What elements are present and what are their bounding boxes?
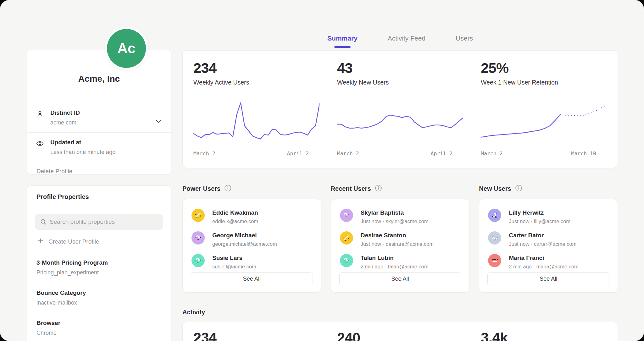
user-list-item[interactable]: Susie Larssusie.l@acme.com xyxy=(192,254,312,270)
user-sections: Power UsersEddie Kwakmaneddie.k@acme.com… xyxy=(182,184,618,293)
info-icon[interactable] xyxy=(224,184,231,193)
x-axis-start-label: March 2 xyxy=(481,151,503,157)
user-text: Maria Franci2 min ago · maria@acme.com xyxy=(509,254,578,270)
property-name: 3-Month Pricing Program xyxy=(36,259,162,266)
activity-stat-value: 240 xyxy=(337,330,463,341)
distinct-id-row[interactable]: Distinct ID acme.com xyxy=(27,103,171,132)
section-title: Recent Users xyxy=(331,185,371,192)
company-avatar-initials: Ac xyxy=(107,29,146,68)
user-avatar xyxy=(488,231,501,245)
app-window: Ac Acme, Inc Distinct ID acme.com xyxy=(0,0,644,341)
property-list: 3-Month Pricing ProgramPricing_plan_expe… xyxy=(27,253,171,341)
search-input[interactable] xyxy=(50,218,163,225)
x-axis-start-label: March 2 xyxy=(337,151,359,157)
delete-profile-button[interactable]: Delete Profile xyxy=(27,162,171,180)
chevron-down-icon[interactable] xyxy=(155,118,162,126)
user-name: Carter Bator xyxy=(509,231,576,239)
user-list-item[interactable]: Skylar BaptistaJust now · skyler@acme.co… xyxy=(340,209,461,224)
user-name: Eddie Kwakman xyxy=(212,209,258,216)
stat-column-1: 234Weekly Active UsersMarch 2April 2 xyxy=(193,60,319,162)
see-all-button[interactable]: See All xyxy=(487,272,609,285)
user-avatar xyxy=(192,254,205,267)
user-name: Talan Lubin xyxy=(361,254,429,261)
user-list-item[interactable]: Carter BatorJust now · carter@acme.com xyxy=(488,231,609,247)
user-text: Talan Lubin2 min ago · talan@acme.com xyxy=(361,254,429,270)
tab-activity-feed[interactable]: Activity Feed xyxy=(388,35,425,47)
stat-label: Weekly New Users xyxy=(337,79,463,86)
info-icon[interactable] xyxy=(375,184,382,193)
property-row[interactable]: 3-Month Pricing ProgramPricing_plan_expe… xyxy=(27,253,171,283)
tab-summary[interactable]: Summary xyxy=(327,35,358,47)
profile-properties-search[interactable] xyxy=(35,214,163,230)
updated-at-row: Updated at Less than one minute ago xyxy=(27,133,171,162)
x-axis-labels: March 2April 2 xyxy=(337,151,463,157)
create-user-profile-button[interactable]: Create User Profile xyxy=(35,230,163,253)
section-title: Power Users xyxy=(182,185,220,192)
search-icon xyxy=(40,218,47,227)
recent-users-header: Recent Users xyxy=(331,184,470,193)
eye-icon xyxy=(36,140,44,149)
property-value: Pricing_plan_experiment xyxy=(36,269,162,276)
sparkline-projection-dotted xyxy=(560,106,607,116)
user-list-item[interactable]: George Michaelgeorge.michael@acme.com xyxy=(192,231,312,247)
recent-users-card: Skylar BaptistaJust now · skyler@acme.co… xyxy=(331,199,470,293)
profile-properties-card: Profile Properties xyxy=(27,185,171,341)
user-avatar xyxy=(340,231,353,245)
user-text: George Michaelgeorge.michael@acme.com xyxy=(212,231,277,247)
activity-stat-column: 234 xyxy=(193,330,319,341)
activity-stat-value: 3.4k xyxy=(481,330,607,341)
property-row[interactable]: BrowserChrome xyxy=(27,313,171,341)
user-avatar xyxy=(340,209,353,222)
user-list-item[interactable]: Eddie Kwakmaneddie.k@acme.com xyxy=(192,209,312,224)
user-avatar xyxy=(192,231,205,245)
user-subtext: Just now · desirare@acme.com xyxy=(361,241,434,247)
user-name: Maria Franci xyxy=(509,254,578,261)
sparkline-chart xyxy=(193,98,319,147)
user-text: Skylar BaptistaJust now · skyler@acme.co… xyxy=(361,209,429,224)
user-name: George Michael xyxy=(212,231,277,239)
summary-stats-card: 234Weekly Active UsersMarch 2April 243We… xyxy=(182,50,618,168)
sparkline-chart xyxy=(481,98,607,147)
section-title: New Users xyxy=(479,185,511,192)
x-axis-end-label: April 2 xyxy=(287,151,309,157)
tab-bar: SummaryActivity FeedUsers xyxy=(182,35,618,47)
user-list-item[interactable]: Talan Lubin2 min ago · talan@acme.com xyxy=(340,254,461,270)
section-new-users: New UsersLilly HerwitzJust now · lilly@a… xyxy=(479,184,618,293)
section-recent-users: Recent UsersSkylar BaptistaJust now · sk… xyxy=(331,184,470,293)
property-value: inactive-mailbox xyxy=(36,300,162,306)
power-users-card: Eddie Kwakmaneddie.k@acme.comGeorge Mich… xyxy=(182,199,321,293)
user-text: Desirae StantonJust now · desirare@acme.… xyxy=(361,231,434,247)
new-users-card: Lilly HerwitzJust now · lilly@acme.comCa… xyxy=(479,199,618,293)
company-name: Acme, Inc xyxy=(27,50,171,84)
stat-value: 234 xyxy=(193,60,319,76)
info-icon[interactable] xyxy=(515,184,522,193)
property-row[interactable]: Bounce Categoryinactive-mailbox xyxy=(27,283,171,313)
user-avatar xyxy=(340,254,353,267)
see-all-button[interactable]: See All xyxy=(339,272,461,285)
user-subtext: susie.l@acme.com xyxy=(212,264,256,270)
user-avatar xyxy=(192,209,205,222)
stat-value: 25% xyxy=(481,60,607,76)
property-name: Browser xyxy=(36,320,162,327)
activity-stat-column: 240 xyxy=(337,330,463,341)
sparkline-chart xyxy=(337,98,463,147)
stat-value: 43 xyxy=(337,60,463,76)
see-all-button[interactable]: See All xyxy=(191,272,313,285)
user-text: Carter BatorJust now · carter@acme.com xyxy=(509,231,576,247)
user-name: Susie Lars xyxy=(212,254,256,261)
property-value: Chrome xyxy=(36,330,162,336)
user-avatar xyxy=(488,209,501,222)
profile-summary-card: Acme, Inc Distinct ID acme.com xyxy=(27,50,171,175)
user-list-item[interactable]: Lilly HerwitzJust now · lilly@acme.com xyxy=(488,209,609,224)
activity-stat-value: 234 xyxy=(193,330,319,341)
updated-at-value: Less than one minute ago xyxy=(50,149,162,156)
activity-section-title: Activity xyxy=(182,309,205,316)
section-power-users: Power UsersEddie Kwakmaneddie.k@acme.com… xyxy=(182,184,321,293)
x-axis-end-label: March 10 xyxy=(571,151,596,157)
user-list-item[interactable]: Maria Franci2 min ago · maria@acme.com xyxy=(488,254,609,270)
user-list-item[interactable]: Desirae StantonJust now · desirare@acme.… xyxy=(340,231,461,247)
user-subtext: 2 min ago · maria@acme.com xyxy=(509,264,578,270)
create-user-profile-label: Create User Profile xyxy=(48,238,99,245)
person-icon xyxy=(36,110,44,119)
tab-users[interactable]: Users xyxy=(456,35,473,47)
